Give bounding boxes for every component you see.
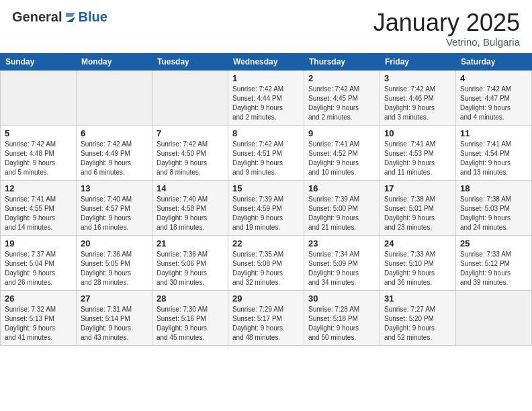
day-number: 6 [81,128,148,138]
day-info: Sunrise: 7:42 AM Sunset: 4:45 PM Dayligh… [308,85,375,122]
day-info: Sunrise: 7:41 AM Sunset: 4:53 PM Dayligh… [384,140,451,177]
day-info: Sunrise: 7:33 AM Sunset: 5:12 PM Dayligh… [460,250,527,287]
day-cell: 21Sunrise: 7:36 AM Sunset: 5:06 PM Dayli… [152,235,228,290]
day-info: Sunrise: 7:31 AM Sunset: 5:14 PM Dayligh… [81,305,148,342]
day-info: Sunrise: 7:37 AM Sunset: 5:04 PM Dayligh… [5,250,72,287]
day-info: Sunrise: 7:42 AM Sunset: 4:48 PM Dayligh… [5,140,72,177]
day-cell: 30Sunrise: 7:28 AM Sunset: 5:18 PM Dayli… [304,290,380,345]
day-info: Sunrise: 7:42 AM Sunset: 4:49 PM Dayligh… [81,140,148,177]
day-number: 7 [157,128,224,138]
day-cell: 26Sunrise: 7:32 AM Sunset: 5:13 PM Dayli… [1,290,77,345]
day-cell: 31Sunrise: 7:27 AM Sunset: 5:20 PM Dayli… [380,290,456,345]
page: General Blue January 2025 Vetrino, Bulga… [0,0,532,411]
day-cell: 7Sunrise: 7:42 AM Sunset: 4:50 PM Daylig… [152,125,228,180]
svg-marker-0 [66,17,75,22]
week-row-4: 19Sunrise: 7:37 AM Sunset: 5:04 PM Dayli… [1,235,532,290]
day-number: 26 [5,293,72,304]
day-cell [77,70,152,125]
day-info: Sunrise: 7:42 AM Sunset: 4:47 PM Dayligh… [460,85,527,122]
day-number: 8 [232,128,300,138]
day-info: Sunrise: 7:41 AM Sunset: 4:54 PM Dayligh… [460,140,527,177]
day-number: 1 [232,73,300,83]
day-info: Sunrise: 7:40 AM Sunset: 4:57 PM Dayligh… [81,195,148,232]
day-number: 3 [384,73,451,83]
day-cell: 19Sunrise: 7:37 AM Sunset: 5:04 PM Dayli… [1,235,77,290]
day-info: Sunrise: 7:35 AM Sunset: 5:08 PM Dayligh… [232,250,300,287]
day-info: Sunrise: 7:28 AM Sunset: 5:18 PM Dayligh… [308,305,375,342]
day-cell: 29Sunrise: 7:29 AM Sunset: 5:17 PM Dayli… [228,290,304,345]
day-info: Sunrise: 7:42 AM Sunset: 4:44 PM Dayligh… [232,85,300,122]
weekday-header-row: SundayMondayTuesdayWednesdayThursdayFrid… [1,53,532,70]
day-info: Sunrise: 7:42 AM Sunset: 4:51 PM Dayligh… [232,140,300,177]
day-cell: 8Sunrise: 7:42 AM Sunset: 4:51 PM Daylig… [228,125,304,180]
weekday-header-saturday: Saturday [456,53,532,70]
week-row-1: 1Sunrise: 7:42 AM Sunset: 4:44 PM Daylig… [1,70,532,125]
day-number: 29 [232,293,300,304]
day-cell [152,70,228,125]
day-number: 11 [460,128,527,138]
weekday-header-friday: Friday [380,53,456,70]
day-number: 14 [157,183,224,193]
day-info: Sunrise: 7:33 AM Sunset: 5:10 PM Dayligh… [384,250,451,287]
week-row-2: 5Sunrise: 7:42 AM Sunset: 4:48 PM Daylig… [1,125,532,180]
weekday-header-wednesday: Wednesday [228,53,304,70]
day-number: 13 [81,183,148,193]
logo-icon [63,10,78,25]
day-number: 12 [5,183,72,193]
day-info: Sunrise: 7:29 AM Sunset: 5:17 PM Dayligh… [232,305,300,342]
title-area: January 2025 Vetrino, Bulgaria [373,9,520,48]
calendar: SundayMondayTuesdayWednesdayThursdayFrid… [0,53,532,346]
day-number: 2 [308,73,375,83]
day-info: Sunrise: 7:42 AM Sunset: 4:50 PM Dayligh… [157,140,224,177]
day-cell: 10Sunrise: 7:41 AM Sunset: 4:53 PM Dayli… [380,125,456,180]
day-number: 28 [157,293,224,304]
svg-marker-1 [66,13,75,17]
day-cell: 11Sunrise: 7:41 AM Sunset: 4:54 PM Dayli… [456,125,532,180]
day-info: Sunrise: 7:32 AM Sunset: 5:13 PM Dayligh… [5,305,72,342]
day-cell: 14Sunrise: 7:40 AM Sunset: 4:58 PM Dayli… [152,180,228,235]
day-info: Sunrise: 7:38 AM Sunset: 5:01 PM Dayligh… [384,195,451,232]
day-number: 5 [5,128,72,138]
day-cell: 2Sunrise: 7:42 AM Sunset: 4:45 PM Daylig… [304,70,380,125]
weekday-header-monday: Monday [77,53,152,70]
day-info: Sunrise: 7:34 AM Sunset: 5:09 PM Dayligh… [308,250,375,287]
day-info: Sunrise: 7:40 AM Sunset: 4:58 PM Dayligh… [157,195,224,232]
day-cell: 28Sunrise: 7:30 AM Sunset: 5:16 PM Dayli… [152,290,228,345]
day-cell: 22Sunrise: 7:35 AM Sunset: 5:08 PM Dayli… [228,235,304,290]
day-number: 4 [460,73,527,83]
week-row-5: 26Sunrise: 7:32 AM Sunset: 5:13 PM Dayli… [1,290,532,345]
day-info: Sunrise: 7:27 AM Sunset: 5:20 PM Dayligh… [384,305,451,342]
day-number: 25 [460,238,527,248]
location: Vetrino, Bulgaria [373,36,520,48]
day-info: Sunrise: 7:36 AM Sunset: 5:06 PM Dayligh… [157,250,224,287]
day-cell: 18Sunrise: 7:38 AM Sunset: 5:03 PM Dayli… [456,180,532,235]
day-cell: 5Sunrise: 7:42 AM Sunset: 4:48 PM Daylig… [1,125,77,180]
day-cell: 3Sunrise: 7:42 AM Sunset: 4:46 PM Daylig… [380,70,456,125]
weekday-header-sunday: Sunday [1,53,77,70]
day-cell: 20Sunrise: 7:36 AM Sunset: 5:05 PM Dayli… [77,235,152,290]
day-cell: 1Sunrise: 7:42 AM Sunset: 4:44 PM Daylig… [228,70,304,125]
day-cell: 23Sunrise: 7:34 AM Sunset: 5:09 PM Dayli… [304,235,380,290]
day-number: 17 [384,183,451,193]
day-cell: 12Sunrise: 7:41 AM Sunset: 4:55 PM Dayli… [1,180,77,235]
day-number: 20 [81,238,148,248]
day-cell: 16Sunrise: 7:39 AM Sunset: 5:00 PM Dayli… [304,180,380,235]
day-number: 16 [308,183,375,193]
logo-blue-text: Blue [78,9,107,25]
day-number: 19 [5,238,72,248]
day-info: Sunrise: 7:39 AM Sunset: 5:00 PM Dayligh… [308,195,375,232]
day-number: 18 [460,183,527,193]
day-cell [456,290,532,345]
day-info: Sunrise: 7:42 AM Sunset: 4:46 PM Dayligh… [384,85,451,122]
day-cell: 9Sunrise: 7:41 AM Sunset: 4:52 PM Daylig… [304,125,380,180]
day-number: 10 [384,128,451,138]
weekday-header-tuesday: Tuesday [152,53,228,70]
day-cell: 17Sunrise: 7:38 AM Sunset: 5:01 PM Dayli… [380,180,456,235]
weekday-header-thursday: Thursday [304,53,380,70]
day-info: Sunrise: 7:30 AM Sunset: 5:16 PM Dayligh… [157,305,224,342]
day-number: 21 [157,238,224,248]
day-number: 24 [384,238,451,248]
day-number: 31 [384,293,451,304]
day-cell: 27Sunrise: 7:31 AM Sunset: 5:14 PM Dayli… [77,290,152,345]
day-number: 9 [308,128,375,138]
